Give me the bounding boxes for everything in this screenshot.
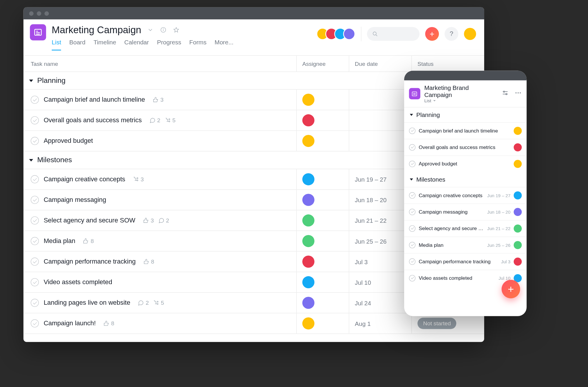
project-members[interactable] <box>320 28 355 40</box>
column-status[interactable]: Status <box>412 56 484 72</box>
mobile-task-row[interactable]: Campaign messagingJun 18 – 20 <box>404 203 527 220</box>
complete-checkbox[interactable] <box>31 299 39 307</box>
chevron-down-icon[interactable] <box>147 26 154 33</box>
complete-checkbox[interactable] <box>409 128 415 134</box>
assignee-avatar[interactable] <box>302 135 314 147</box>
like-count[interactable]: 8 <box>83 238 94 244</box>
complete-checkbox[interactable] <box>31 175 39 183</box>
due-date[interactable]: Jun 21 – 22 <box>349 210 412 231</box>
complete-checkbox[interactable] <box>31 116 39 124</box>
tab-forms[interactable]: Forms <box>189 39 206 51</box>
due-date[interactable]: Aug 1 <box>349 313 412 334</box>
like-count[interactable]: 3 <box>152 96 164 103</box>
tab-calendar[interactable]: Calendar <box>124 39 149 51</box>
assignee-avatar[interactable] <box>302 317 314 329</box>
complete-checkbox[interactable] <box>409 192 415 199</box>
assignee-avatar[interactable] <box>302 194 314 206</box>
complete-checkbox[interactable] <box>31 237 39 245</box>
assignee-avatar[interactable] <box>514 208 522 216</box>
mobile-task-row[interactable]: Overall goals and success metrics <box>404 139 527 155</box>
due-date[interactable] <box>349 90 412 110</box>
complete-checkbox[interactable] <box>409 144 415 151</box>
due-date[interactable]: Jun 19 – 27 <box>349 169 412 190</box>
column-due-date[interactable]: Due date <box>349 56 412 72</box>
due-date[interactable]: Jul 10 <box>349 272 412 292</box>
tab-list[interactable]: List <box>52 39 61 51</box>
assignee-avatar[interactable] <box>514 143 522 151</box>
comment-count[interactable]: 2 <box>158 217 169 224</box>
assignee-avatar[interactable] <box>302 114 314 126</box>
assignee-avatar[interactable] <box>302 297 314 309</box>
like-count[interactable]: 3 <box>143 217 154 224</box>
complete-checkbox[interactable] <box>31 196 39 204</box>
complete-checkbox[interactable] <box>31 258 39 266</box>
complete-checkbox[interactable] <box>409 275 415 282</box>
task-row[interactable]: Campaign launch! 8Aug 1Not started <box>24 313 484 334</box>
tab-more[interactable]: More... <box>214 39 233 51</box>
complete-checkbox[interactable] <box>409 161 415 167</box>
due-date[interactable]: Jul 24 <box>349 293 412 313</box>
mobile-section-header[interactable]: Milestones <box>404 172 527 187</box>
complete-checkbox[interactable] <box>31 137 39 145</box>
status-badge[interactable]: Not started <box>417 318 457 329</box>
subtask-count[interactable]: 3 <box>133 176 144 182</box>
mobile-task-row[interactable]: Campaign performance trackingJul 3 <box>404 253 527 269</box>
add-button[interactable]: + <box>425 27 439 41</box>
mobile-add-button[interactable]: + <box>502 280 520 298</box>
more-icon[interactable] <box>514 89 522 98</box>
assignee-avatar[interactable] <box>302 235 314 247</box>
subtask-count[interactable]: 5 <box>164 117 176 123</box>
complete-checkbox[interactable] <box>409 258 415 265</box>
assignee-avatar[interactable] <box>514 160 522 168</box>
column-assignee[interactable]: Assignee <box>296 56 349 72</box>
complete-checkbox[interactable] <box>31 319 39 327</box>
due-date[interactable] <box>349 110 412 130</box>
due-date[interactable] <box>349 131 412 151</box>
mobile-task-row[interactable]: Media planJun 25 – 26 <box>404 237 527 253</box>
due-date[interactable]: Jul 3 <box>349 252 412 272</box>
current-user-avatar[interactable] <box>464 28 476 40</box>
mobile-task-row[interactable]: Approved budget <box>404 155 527 172</box>
complete-checkbox[interactable] <box>31 278 39 286</box>
mobile-task-row[interactable]: Campaign brief and launch timeline <box>404 122 527 139</box>
tab-timeline[interactable]: Timeline <box>94 39 116 51</box>
member-avatar[interactable] <box>343 28 355 40</box>
project-title[interactable]: Marketing Campaign <box>52 24 141 35</box>
complete-checkbox[interactable] <box>31 96 39 104</box>
traffic-light-close[interactable] <box>29 11 34 16</box>
complete-checkbox[interactable] <box>31 216 39 224</box>
assignee-avatar[interactable] <box>302 94 314 106</box>
like-count[interactable]: 8 <box>103 320 114 327</box>
traffic-light-zoom[interactable] <box>44 11 49 16</box>
tab-board[interactable]: Board <box>69 39 85 51</box>
like-count[interactable]: 8 <box>143 258 154 265</box>
comment-count[interactable]: 2 <box>149 117 160 123</box>
help-button[interactable]: ? <box>444 27 458 41</box>
mobile-project-title[interactable]: Marketing Brand Campaign <box>424 84 497 98</box>
assignee-avatar[interactable] <box>514 225 522 232</box>
mobile-task-row[interactable]: Campaign creative conceptsJun 19 – 27 <box>404 187 527 203</box>
assignee-avatar[interactable] <box>302 173 314 185</box>
assignee-avatar[interactable] <box>302 276 314 288</box>
due-date[interactable]: Jun 18 – 20 <box>349 190 412 210</box>
mobile-view-selector[interactable]: List <box>424 98 497 103</box>
assignee-avatar[interactable] <box>302 215 314 227</box>
complete-checkbox[interactable] <box>409 225 415 232</box>
complete-checkbox[interactable] <box>409 209 415 215</box>
assignee-avatar[interactable] <box>514 241 522 249</box>
assignee-avatar[interactable] <box>514 127 522 135</box>
assignee-avatar[interactable] <box>302 256 314 268</box>
tab-progress[interactable]: Progress <box>157 39 181 51</box>
mobile-task-row[interactable]: Select agency and secure SOWJun 21 – 22 <box>404 220 527 237</box>
assignee-avatar[interactable] <box>514 191 522 199</box>
subtask-count[interactable]: 5 <box>153 300 164 306</box>
search-input[interactable] <box>367 27 420 41</box>
complete-checkbox[interactable] <box>409 242 415 248</box>
due-date[interactable]: Jun 25 – 26 <box>349 231 412 251</box>
comment-count[interactable]: 2 <box>138 300 149 306</box>
assignee-avatar[interactable] <box>514 258 522 266</box>
mobile-section-header[interactable]: Planning <box>404 107 527 122</box>
star-icon[interactable] <box>173 26 180 33</box>
filter-icon[interactable] <box>502 89 509 98</box>
info-icon[interactable] <box>160 26 167 33</box>
